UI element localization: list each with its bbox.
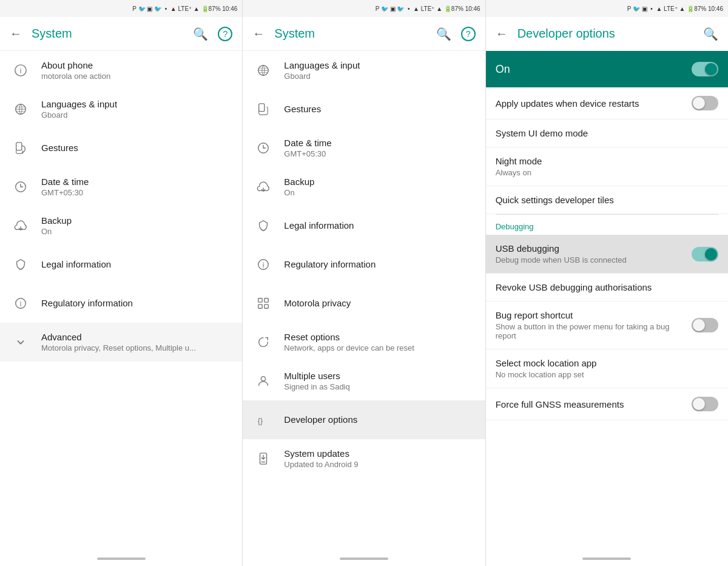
panel1-list: i About phone motorola one action Langua… bbox=[0, 51, 242, 551]
back-button-2[interactable]: ← bbox=[252, 27, 265, 41]
panel3-title: Developer options bbox=[517, 27, 693, 41]
backup-title: Backup bbox=[41, 215, 232, 226]
advanced-icon bbox=[10, 335, 32, 349]
dev-options-list: On Apply updates when device restarts bbox=[486, 51, 728, 551]
list-item-about-phone[interactable]: i About phone motorola one action bbox=[0, 51, 242, 90]
list-item-advanced[interactable]: Advanced Motorola privacy, Reset options… bbox=[0, 323, 242, 362]
mock-location-title: Select mock location app bbox=[496, 358, 718, 368]
dev-on-label: On bbox=[496, 63, 692, 76]
p2-list-item-backup[interactable]: Backup On bbox=[243, 167, 485, 206]
bottom-bar-1 bbox=[0, 551, 242, 566]
p2-motorola-title: Motorola privacy bbox=[284, 298, 475, 308]
regulatory-icon: i bbox=[10, 297, 32, 310]
apply-updates-toggle[interactable] bbox=[692, 96, 718, 110]
main-panels: ← System 🔍 ? i About phone motorola one … bbox=[0, 17, 728, 566]
dev-option-revoke-usb[interactable]: Revoke USB debugging authorisations bbox=[486, 274, 728, 302]
dev-option-apply-updates[interactable]: Apply updates when device restarts bbox=[486, 87, 728, 120]
p2-list-item-gestures[interactable]: Gestures bbox=[243, 90, 485, 129]
p2-languages-subtitle: Gboard bbox=[284, 72, 475, 81]
svg-rect-8 bbox=[259, 103, 265, 111]
bottom-indicator-1 bbox=[97, 558, 146, 560]
list-item-backup[interactable]: Backup On bbox=[0, 206, 242, 245]
p2-list-item-users[interactable]: Multiple users Signed in as Sadiq bbox=[243, 362, 485, 400]
datetime-title: Date & time bbox=[41, 177, 232, 187]
p2-list-item-updates[interactable]: System updates Updated to Android 9 bbox=[243, 439, 485, 478]
p2-languages-title: Languages & input bbox=[284, 60, 475, 70]
p2-updates-subtitle: Updated to Android 9 bbox=[284, 460, 475, 469]
p2-datetime-icon bbox=[252, 141, 274, 155]
dev-option-night-mode[interactable]: Night mode Always on bbox=[486, 147, 728, 186]
p2-list-item-motorola[interactable]: Motorola privacy bbox=[243, 284, 485, 323]
p2-updates-title: System updates bbox=[284, 448, 475, 459]
debug-section-label: Debugging bbox=[486, 215, 728, 235]
p2-list-item-datetime[interactable]: Date & time GMT+05:30 bbox=[243, 129, 485, 167]
list-item-datetime[interactable]: Date & time GMT+05:30 bbox=[0, 167, 242, 206]
night-mode-title: Night mode bbox=[496, 156, 542, 166]
toolbar-3: ← Developer options 🔍 bbox=[486, 17, 728, 51]
search-icon-3[interactable]: 🔍 bbox=[703, 27, 718, 41]
p2-list-item-developer[interactable]: {} Developer options bbox=[243, 400, 485, 439]
search-icon-2[interactable]: 🔍 bbox=[436, 27, 451, 41]
gnss-toggle[interactable] bbox=[692, 397, 718, 411]
back-button-1[interactable]: ← bbox=[10, 27, 22, 41]
svg-rect-14 bbox=[258, 304, 262, 308]
p2-regulatory-title: Regulatory information bbox=[284, 259, 475, 269]
p2-developer-icon: {} bbox=[252, 413, 274, 426]
p2-backup-title: Backup bbox=[284, 177, 475, 187]
bug-report-toggle[interactable] bbox=[692, 318, 718, 332]
search-icon-1[interactable]: 🔍 bbox=[193, 27, 208, 41]
gestures-title: Gestures bbox=[41, 143, 232, 153]
p2-reset-icon bbox=[252, 335, 274, 349]
ui-demo-title: System UI demo mode bbox=[496, 128, 718, 138]
dev-option-bug-report[interactable]: Bug report shortcut Show a button in the… bbox=[486, 302, 728, 349]
p2-developer-title: Developer options bbox=[284, 414, 475, 425]
bottom-indicator-3 bbox=[582, 558, 631, 560]
back-button-3[interactable]: ← bbox=[496, 27, 508, 41]
advanced-subtitle: Motorola privacy, Reset options, Multipl… bbox=[41, 343, 232, 352]
help-icon-2[interactable]: ? bbox=[461, 27, 476, 41]
svg-rect-12 bbox=[258, 298, 262, 302]
datetime-subtitle: GMT+05:30 bbox=[41, 188, 232, 197]
dev-option-usb-debug[interactable]: USB debugging Debug mode when USB is con… bbox=[486, 235, 728, 274]
list-item-legal[interactable]: Legal information bbox=[0, 245, 242, 284]
mock-location-subtitle: No mock location app set bbox=[496, 370, 718, 379]
usb-debug-toggle[interactable] bbox=[692, 247, 718, 261]
panel-developer: ← Developer options 🔍 On Apply updates w… bbox=[486, 17, 728, 566]
dev-on-thumb bbox=[705, 63, 717, 75]
apply-updates-title: Apply updates when device restarts bbox=[496, 98, 639, 109]
list-item-languages[interactable]: Languages & input Gboard bbox=[0, 90, 242, 129]
p2-list-item-reset[interactable]: Reset options Network, apps or device ca… bbox=[243, 323, 485, 362]
about-phone-title: About phone bbox=[41, 60, 232, 70]
p2-list-item-legal[interactable]: Legal information bbox=[243, 206, 485, 245]
dev-option-ui-demo[interactable]: System UI demo mode bbox=[486, 120, 728, 147]
p2-legal-title: Legal information bbox=[284, 220, 475, 231]
apply-updates-thumb bbox=[693, 97, 705, 109]
help-icon-1[interactable]: ? bbox=[218, 27, 232, 41]
p2-reset-title: Reset options bbox=[284, 332, 475, 342]
panel2-list: Languages & input Gboard Gestures bbox=[243, 51, 485, 551]
dev-on-toggle[interactable] bbox=[692, 62, 718, 76]
bug-report-title: Bug report shortcut bbox=[496, 310, 684, 320]
list-item-gestures[interactable]: Gestures bbox=[0, 129, 242, 167]
panel1-title: System bbox=[32, 27, 183, 41]
status-icons-3: P 🐦 ▣ • ▲ LTE⁺ ▲ 🔋87% 10:46 bbox=[627, 5, 723, 12]
panel-system-left: ← System 🔍 ? i About phone motorola one … bbox=[0, 17, 243, 566]
gnss-title: Force full GNSS measurements bbox=[496, 399, 624, 409]
about-phone-icon: i bbox=[10, 64, 32, 77]
revoke-usb-title: Revoke USB debugging authorisations bbox=[496, 282, 718, 292]
dev-option-mock-location[interactable]: Select mock location app No mock locatio… bbox=[486, 349, 728, 388]
panel-system-middle: ← System 🔍 ? Languages & input Gboard bbox=[243, 17, 485, 566]
p2-legal-icon bbox=[252, 219, 274, 232]
dev-on-header[interactable]: On bbox=[486, 51, 728, 87]
status-bar: P 🐦 ▣ 🐦 • ▲ LTE⁺ ▲ 🔋87% 10:46 P 🐦 ▣ 🐦 • … bbox=[0, 0, 728, 17]
list-item-regulatory[interactable]: i Regulatory information bbox=[0, 284, 242, 323]
dev-option-gnss[interactable]: Force full GNSS measurements bbox=[486, 388, 728, 420]
usb-debug-thumb bbox=[705, 248, 717, 260]
p2-motorola-icon bbox=[252, 297, 274, 310]
p2-list-item-languages[interactable]: Languages & input Gboard bbox=[243, 51, 485, 90]
night-mode-subtitle: Always on bbox=[496, 168, 542, 177]
backup-subtitle: On bbox=[41, 227, 232, 236]
p2-list-item-regulatory[interactable]: i Regulatory information bbox=[243, 245, 485, 284]
dev-option-quick-settings[interactable]: Quick settings developer tiles bbox=[486, 186, 728, 214]
usb-debug-title: USB debugging bbox=[496, 243, 627, 254]
